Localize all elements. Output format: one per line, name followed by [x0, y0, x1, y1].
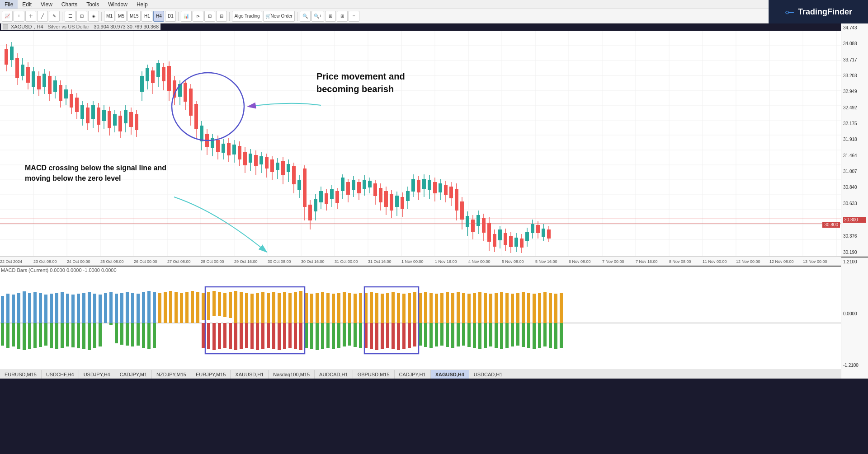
zoom-out-btn[interactable]: 🔍: [300, 11, 311, 22]
templates-btn[interactable]: ⊡: [76, 11, 87, 22]
menu-edit[interactable]: Edit: [18, 0, 36, 9]
zoom-in-btn[interactable]: +: [14, 11, 24, 22]
svg-rect-376: [348, 293, 351, 323]
indicators-btn[interactable]: ☰: [65, 11, 75, 22]
d1-btn[interactable]: D1: [165, 11, 176, 22]
svg-rect-118: [211, 138, 214, 148]
svg-rect-314: [207, 292, 210, 323]
svg-rect-182: [384, 191, 388, 207]
svg-rect-361: [326, 323, 330, 348]
svg-rect-413: [440, 293, 443, 323]
svg-rect-136: [259, 156, 263, 164]
svg-rect-345: [272, 323, 275, 349]
svg-rect-349: [294, 323, 297, 349]
sep4: [229, 12, 230, 21]
period-sep-btn[interactable]: ⊟: [216, 11, 227, 22]
time-label-10: 31 Oct 00:00: [335, 259, 358, 264]
menu-file[interactable]: File: [0, 0, 18, 9]
svg-rect-42: [5, 49, 8, 65]
sep5: [297, 12, 297, 21]
h4-btn[interactable]: H4: [153, 11, 164, 22]
svg-rect-202: [439, 183, 442, 192]
h1-btn[interactable]: H1: [142, 11, 152, 22]
svg-rect-322: [250, 294, 254, 323]
menu-window[interactable]: Window: [104, 0, 132, 9]
svg-rect-102: [167, 66, 171, 91]
macd-container: MACD Bars (Current) 0.0000 0.0000 -1.000…: [0, 266, 841, 370]
svg-rect-301: [137, 323, 140, 346]
tab-audcad-h1[interactable]: AUDCAD,H1: [315, 370, 353, 379]
svg-rect-427: [516, 323, 519, 346]
svg-rect-309: [180, 293, 183, 323]
tab-usdcad-h1[interactable]: USDCAD,H1: [469, 370, 508, 379]
svg-rect-430: [533, 323, 536, 349]
svg-rect-302: [142, 323, 145, 348]
tab-eurusd-m15[interactable]: EURUSD,M15: [0, 370, 42, 379]
tab-xauusd-h1[interactable]: XAUUSD,H1: [231, 370, 269, 379]
menu-charts[interactable]: Charts: [57, 0, 82, 9]
algo-trading-btn[interactable]: Algo Trading: [232, 11, 262, 22]
svg-rect-268: [115, 294, 118, 323]
svg-rect-313: [202, 293, 205, 323]
tab-cadjpy-h1[interactable]: CADJPY,H1: [395, 370, 431, 379]
tab-gbpusd-m15[interactable]: GBPUSD,M15: [353, 370, 395, 379]
autoscroll-btn[interactable]: ⊡: [204, 11, 215, 22]
m1-btn[interactable]: M1: [104, 11, 115, 22]
menu-view[interactable]: View: [36, 0, 57, 9]
new-order-btn[interactable]: 🛒 New Order: [263, 11, 295, 22]
grid-btn[interactable]: ⊞: [325, 11, 336, 22]
line-tool-btn[interactable]: ╱: [37, 11, 48, 22]
svg-rect-54: [37, 76, 41, 89]
tab-cadjpy-m1[interactable]: CADJPY,M1: [115, 370, 152, 379]
svg-rect-300: [131, 323, 134, 346]
svg-rect-448: [554, 294, 557, 323]
svg-rect-436: [489, 294, 492, 323]
logo-text: TradingFinder: [798, 7, 852, 17]
svg-rect-178: [373, 183, 377, 196]
menu-help[interactable]: Help: [132, 0, 152, 9]
crosshair-btn[interactable]: ✛: [25, 11, 36, 22]
svg-rect-291: [82, 323, 85, 349]
more-btn[interactable]: ⊞: [337, 11, 348, 22]
svg-rect-92: [140, 76, 144, 92]
svg-rect-232: [520, 239, 524, 248]
svg-rect-188: [401, 197, 404, 209]
tab-eurjpy-m15[interactable]: EURJPY,M15: [191, 370, 231, 379]
menu-tools[interactable]: Tools: [82, 0, 104, 9]
svg-rect-425: [505, 323, 509, 348]
draw-tool-btn[interactable]: ✎: [49, 11, 60, 22]
svg-rect-334: [212, 323, 216, 350]
m5-btn[interactable]: M5: [116, 11, 127, 22]
time-label-22: 12 Nov 00:00: [736, 259, 760, 264]
svg-rect-222: [493, 234, 496, 247]
objects-btn[interactable]: ◈: [88, 11, 99, 22]
tab-usdchf-h4[interactable]: USDCHF,H4: [42, 370, 79, 379]
tab-nzdjpy-m15[interactable]: NZDJPY,M15: [152, 370, 191, 379]
svg-rect-108: [184, 83, 187, 102]
chart-type-btn[interactable]: 📊: [181, 11, 192, 22]
svg-rect-343: [261, 323, 264, 349]
svg-rect-375: [343, 292, 346, 323]
m15-btn[interactable]: M15: [127, 11, 141, 22]
tab-usdjpy-h4[interactable]: USDJPY,H4: [79, 370, 115, 379]
svg-rect-364: [343, 323, 346, 346]
zoom-in-icon-btn[interactable]: 🔍+: [311, 11, 324, 22]
svg-rect-275: [153, 292, 156, 323]
svg-rect-397: [408, 323, 411, 348]
svg-rect-406: [457, 323, 460, 346]
new-chart-btn[interactable]: 📈: [2, 11, 13, 22]
chart-shift-btn[interactable]: ⊳: [193, 11, 203, 22]
tab-xagusd-h4[interactable]: XAGUSD,H4: [431, 370, 469, 379]
price-axis-12: 30.800: [843, 217, 866, 223]
tab-nasdaq100-m15[interactable]: Nasdaq100,M15: [269, 370, 315, 379]
svg-rect-390: [370, 323, 373, 349]
time-label-15: 5 Nov 08:00: [502, 259, 524, 264]
svg-rect-274: [147, 291, 151, 323]
svg-rect-66: [70, 94, 73, 108]
svg-rect-414: [446, 292, 449, 323]
menu-bar: File Edit View Charts Tools Window Help: [0, 0, 868, 9]
svg-rect-283: [39, 323, 42, 347]
tools2-btn[interactable]: ≡: [349, 11, 359, 22]
svg-rect-96: [151, 70, 155, 83]
svg-rect-176: [368, 181, 372, 187]
